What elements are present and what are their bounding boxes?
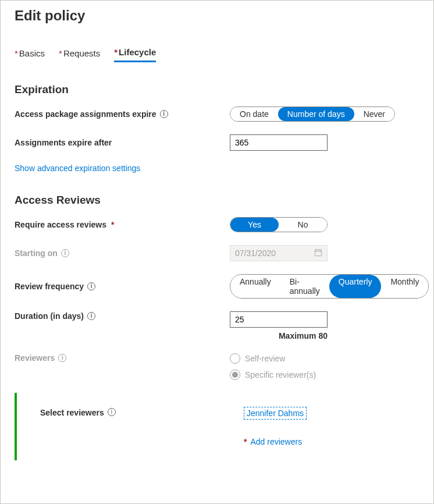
row-require-reviews: Require access reviews * Yes No <box>15 217 419 232</box>
duration-hint: Maximum 80 <box>230 331 328 340</box>
label-select-reviewers: Select reviewers i <box>40 407 244 446</box>
row-expire-after: Assignments expire after <box>15 134 419 151</box>
duration-input[interactable] <box>230 311 328 328</box>
required-asterisk: * <box>111 220 114 229</box>
info-icon[interactable]: i <box>87 312 95 320</box>
reviewers-radio-group: Self-review Specific reviewer(s) <box>230 353 419 380</box>
expire-mode-number-of-days[interactable]: Number of days <box>278 107 354 121</box>
frequency-monthly[interactable]: Monthly <box>381 275 428 298</box>
row-frequency: Review frequency i Annually Bi-annually … <box>15 274 419 299</box>
tabs: * Basics * Requests * Lifecycle <box>15 47 419 62</box>
radio-icon <box>230 353 240 364</box>
row-assignments-expire: Access package assignments expire i On d… <box>15 107 419 122</box>
reviewers-self-review: Self-review <box>230 353 419 364</box>
select-reviewers-block: Select reviewers i Jennifer Dahms * Add … <box>15 393 419 460</box>
required-asterisk: * <box>244 437 247 446</box>
expire-mode-group: On date Number of days Never <box>230 107 395 122</box>
radio-icon <box>230 370 240 380</box>
radio-label: Specific reviewer(s) <box>245 370 316 379</box>
row-duration: Duration (in days) i Maximum 80 <box>15 311 419 340</box>
show-advanced-expiration-link[interactable]: Show advanced expiration settings <box>15 164 140 173</box>
label-reviewers: Reviewers i <box>15 353 230 363</box>
label-starting-on: Starting on i <box>15 249 230 258</box>
info-icon[interactable]: i <box>87 282 95 290</box>
tab-requests[interactable]: * Requests <box>59 47 100 62</box>
access-reviews-header: Access Reviews <box>15 194 419 207</box>
info-icon[interactable]: i <box>58 354 66 362</box>
tab-lifecycle[interactable]: * Lifecycle <box>114 47 156 62</box>
label-expire-after: Assignments expire after <box>15 138 230 147</box>
expire-after-input[interactable] <box>230 134 328 151</box>
required-asterisk: * <box>114 47 118 57</box>
expire-mode-never[interactable]: Never <box>354 107 394 121</box>
info-icon[interactable]: i <box>61 249 69 257</box>
frequency-group: Annually Bi-annually Quarterly Monthly <box>230 274 429 299</box>
frequency-quarterly[interactable]: Quarterly <box>329 275 382 298</box>
starting-on-input: 07/31/2020 <box>230 245 328 261</box>
info-icon[interactable]: i <box>160 110 168 118</box>
require-reviews-no[interactable]: No <box>279 218 327 232</box>
reviewers-specific: Specific reviewer(s) <box>230 370 419 380</box>
require-reviews-group: Yes No <box>230 217 328 232</box>
date-value: 07/31/2020 <box>235 249 276 258</box>
page-title: Edit policy <box>15 8 419 24</box>
svg-rect-0 <box>315 250 321 256</box>
tab-label: Requests <box>63 48 100 58</box>
label-assignments-expire: Access package assignments expire i <box>15 109 230 119</box>
frequency-bi-annually[interactable]: Bi-annually <box>280 275 329 298</box>
required-asterisk: * <box>59 48 62 58</box>
radio-label: Self-review <box>245 354 285 363</box>
label-duration: Duration (in days) i <box>15 311 230 321</box>
expiration-header: Expiration <box>15 83 419 96</box>
edit-policy-panel: Edit policy * Basics * Requests * Lifecy… <box>0 0 434 504</box>
row-reviewers: Reviewers i Self-review Specific reviewe… <box>15 353 419 380</box>
calendar-icon <box>314 249 322 258</box>
require-reviews-yes[interactable]: Yes <box>230 218 279 232</box>
info-icon[interactable]: i <box>108 408 116 416</box>
tab-label: Basics <box>19 48 45 58</box>
add-reviewers-row: * Add reviewers <box>244 437 419 446</box>
required-asterisk: * <box>15 48 18 58</box>
expire-mode-on-date[interactable]: On date <box>230 107 278 121</box>
reviewer-chip[interactable]: Jennifer Dahms <box>244 407 307 420</box>
label-frequency: Review frequency i <box>15 282 230 291</box>
add-reviewers-link[interactable]: Add reviewers <box>250 437 302 446</box>
select-reviewers-values: Jennifer Dahms * Add reviewers <box>244 407 419 446</box>
frequency-annually[interactable]: Annually <box>230 275 280 298</box>
tab-label: Lifecycle <box>119 47 156 57</box>
label-require-reviews: Require access reviews * <box>15 220 230 229</box>
row-starting-on: Starting on i 07/31/2020 <box>15 245 419 261</box>
tab-basics[interactable]: * Basics <box>15 47 45 62</box>
